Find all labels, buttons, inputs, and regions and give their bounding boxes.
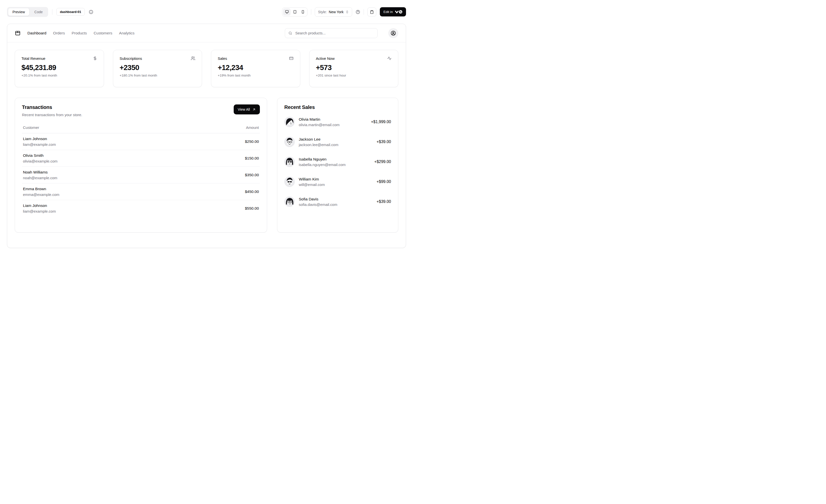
avatar-female-sunglasses [284,156,295,167]
sale-amount: +$39.00 [376,140,391,144]
copy-code-button[interactable] [367,7,376,16]
transaction-amount: $350.00 [245,173,259,177]
recent-sale-row: Sofia Davis sofia.davis@email.com +$39.0… [284,196,391,207]
tab-preview[interactable]: Preview [8,8,30,16]
search-input[interactable] [295,30,374,36]
sale-customer-email: will@email.com [299,182,325,187]
stat-card: Total Revenue $45,231.89 +20.1% from las… [15,50,104,87]
nav-item-dashboard[interactable]: Dashboard [27,31,46,36]
dashboard-preview-frame: DashboardOrdersProductsCustomersAnalytic… [7,24,406,248]
edit-in-v0-button[interactable]: Edit in [380,7,406,16]
dashboard-content: Total Revenue $45,231.89 +20.1% from las… [7,42,406,240]
activity-icon [387,56,392,61]
sale-customer-name: Olivia Martin [299,117,340,122]
users-icon [191,56,195,61]
transaction-row: Emma Brown emma@example.com $450.00 [22,183,260,200]
tablet-icon [293,10,297,14]
column-header-customer: Customer [23,125,39,130]
view-all-button[interactable]: View All [234,105,260,114]
stat-title: Total Revenue [21,56,45,61]
sale-amount: +$39.00 [376,199,391,204]
toolbar-divider [52,9,52,15]
nav-item-orders[interactable]: Orders [53,31,65,36]
view-mode-toggle: Preview Code [7,7,48,17]
recent-sale-row: Isabella Nguyen isabella.nguyen@email.co… [284,156,391,167]
stat-title: Active Now [316,56,335,61]
customer-email: noah@example.com [23,176,57,180]
stat-value: +2350 [120,64,195,72]
transaction-amount: $550.00 [245,206,259,211]
avatar-male-sunglasses [284,177,295,187]
transactions-table: Customer Amount Liam Johnson liam@exampl… [22,125,260,216]
credit-card-icon [289,56,294,61]
sale-customer-name: Sofia Davis [299,197,337,201]
phone-view-button[interactable] [299,8,306,15]
smartphone-icon [301,10,305,14]
sale-amount: +$1,999.00 [371,120,391,124]
view-all-label: View All [238,108,250,111]
top-toolbar: Preview Code dashboard-01 Style: New Yor… [0,0,413,24]
recent-sale-row: William Kim will@email.com +$99.00 [284,177,391,187]
transactions-card: Transactions Recent transactions from yo… [15,98,267,233]
arrow-up-right-icon [252,108,256,111]
style-select-label: Style: [318,10,327,14]
recent-sales-card: Recent Sales Olivia Martin olivia.martin… [277,98,398,233]
stat-value: +573 [316,64,392,72]
monitor-icon [285,10,289,14]
transaction-row: Olivia Smith olivia@example.com $150.00 [22,150,260,167]
customer-name: Olivia Smith [23,153,58,158]
stat-card: Sales +12,234 +19% from last month [211,50,300,87]
recent-sales-title: Recent Sales [284,105,391,110]
recent-sale-row: Olivia Martin olivia.martin@email.com +$… [284,117,391,127]
nav-links: DashboardOrdersProductsCustomersAnalytic… [27,31,134,36]
transactions-title: Transactions [22,105,82,110]
user-circle-icon [391,30,396,36]
user-menu-button[interactable] [388,28,398,38]
sale-customer-email: sofia.davis@email.com [299,202,337,207]
stat-card: Subscriptions +2350 +180.1% from last mo… [113,50,202,87]
v0-logo-icon [395,10,403,14]
desktop-view-button[interactable] [283,8,291,15]
sale-amount: +$99.00 [376,180,391,184]
transaction-row: Noah Williams noah@example.com $350.00 [22,167,260,183]
customer-email: liam@example.com [23,142,56,146]
customer-email: liam@example.com [23,209,56,213]
sale-customer-name: Jackson Lee [299,137,339,141]
transaction-amount: $150.00 [245,156,259,161]
search-box [285,28,377,38]
stat-title: Sales [218,56,227,61]
transactions-subtitle: Recent transactions from your store. [22,113,82,117]
customer-name: Liam Johnson [23,137,56,141]
nav-item-analytics[interactable]: Analytics [119,31,134,36]
registry-badge: dashboard-01 [56,8,84,16]
nav-item-products[interactable]: Products [72,31,87,36]
avatar-female-bob [284,117,295,127]
stat-change: +19% from last month [218,73,294,77]
sale-amount: +$299.00 [374,160,391,164]
customer-name: Emma Brown [23,187,59,191]
avatar-male-glasses [284,137,295,147]
sale-customer-email: isabella.nguyen@email.com [299,163,346,167]
transaction-amount: $450.00 [245,189,259,194]
stat-card: Active Now +573 +201 since last hour [309,50,399,87]
tablet-view-button[interactable] [291,8,299,15]
dollar-sign-icon [93,56,97,61]
style-select[interactable]: Style: New York [315,7,352,17]
stat-value: +12,234 [218,64,294,72]
store-logo-icon [15,30,21,36]
toolbar-right: Style: New York Edit in [282,7,406,17]
recent-sale-row: Jackson Lee jackson.lee@email.com +$39.0… [284,137,391,147]
style-select-value: New York [329,10,343,14]
nav-item-customers[interactable]: Customers [94,31,112,36]
chevrons-up-down-icon [345,10,349,14]
tab-code[interactable]: Code [30,8,47,16]
help-icon[interactable] [356,10,360,14]
stat-change: +180.1% from last month [120,73,195,77]
transaction-row: Liam Johnson liam@example.com $250.00 [22,133,260,150]
info-icon[interactable] [89,10,93,14]
device-size-toggle [282,7,307,16]
clipboard-icon [370,10,374,14]
sale-customer-name: William Kim [299,177,325,181]
stat-title: Subscriptions [120,56,142,61]
transaction-row: Liam Johnson liam@example.com $550.00 [22,200,260,216]
